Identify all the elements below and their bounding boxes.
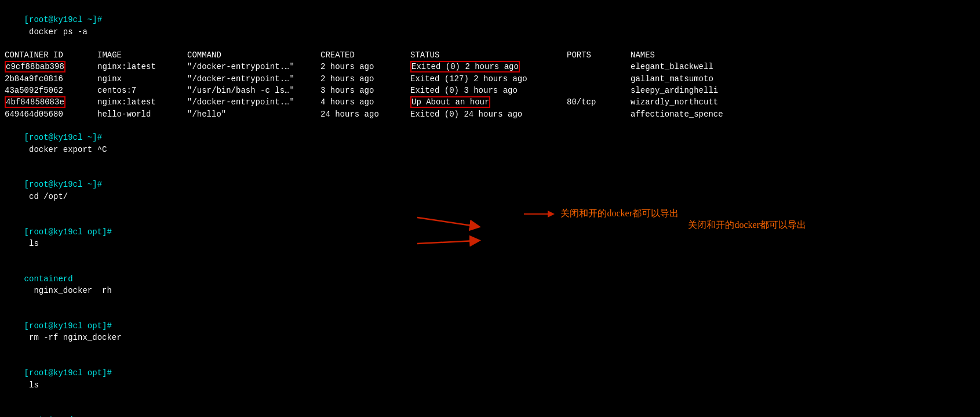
cmd-rm-nginx-docker: [root@ky19cl opt]# rm -rf nginx_docker (5, 309, 975, 356)
status-box-2: Up About an hour (410, 96, 490, 108)
table-row: 649464d05680 hello-world "/hello" 24 hou… (5, 108, 975, 120)
arrow-icon-1 (521, 208, 556, 220)
annotation-text: 关闭和开的docker都可以导出 (560, 208, 679, 220)
cmd-docker-export-cancel: [root@ky19cl ~]# docker export ^C (5, 120, 975, 167)
cmd-ls-1: [root@ky19cl opt]# ls (5, 214, 975, 261)
table-row: 4bf84858083e nginx:latest "/docker-entry… (5, 96, 975, 108)
prompt-1: [root@ky19cl ~]# (24, 15, 102, 24)
table-row: c9cf88bab398 nginx:latest "/docker-entry… (5, 61, 975, 72)
container-id-box-2: 4bf84858083e (5, 96, 65, 108)
arrows (521, 208, 556, 220)
ls-output-2: containerd rh (5, 403, 975, 417)
cmd-docker-ps: [root@ky19cl ~]# docker ps -a (5, 2, 975, 49)
table-header-1: CONTAINER ID IMAGE COMMAND CREATED STATU… (5, 49, 975, 61)
cmd-ls-2: [root@ky19cl opt]# ls (5, 356, 975, 403)
container-id-box-1: c9cf88bab398 (5, 61, 65, 72)
table-row: 2b84a9fc0816 nginx "/docker-entrypoint.…… (5, 73, 975, 85)
annotation-label: 关闭和开的docker都可以导出 (688, 219, 806, 231)
terminal: [root@ky19cl ~]# docker ps -a CONTAINER … (0, 0, 980, 417)
arrow-1 (521, 208, 556, 220)
status-box-1: Exited (0) 2 hours ago (410, 61, 520, 72)
cmd-cd-opt: [root@ky19cl ~]# cd /opt/ (5, 167, 975, 214)
annotation-area: 关闭和开的docker都可以导出 (521, 208, 679, 220)
ls-output-1: containerd nginx_docker rh (5, 262, 975, 309)
table-row: 43a5092f5062 centos:7 "/usr/bin/bash -c … (5, 85, 975, 96)
